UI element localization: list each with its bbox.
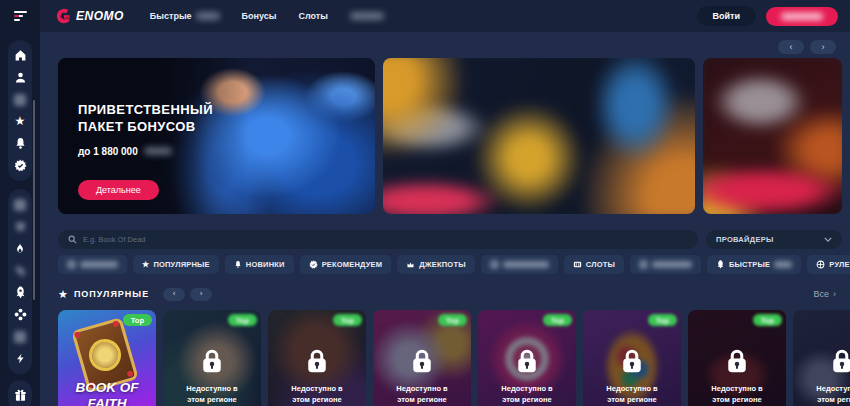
profile-icon[interactable]: [14, 71, 27, 84]
crown-icon: [406, 261, 415, 269]
table-games-icon[interactable]: [14, 308, 27, 321]
search-icon: [68, 235, 77, 244]
game-card-locked[interactable]: Top Недоступно вэтом регионе: [583, 310, 681, 406]
see-all-link[interactable]: Все ›: [813, 289, 842, 299]
lock-icon: [407, 346, 437, 376]
blurred-chip-icon: [67, 260, 76, 269]
section-next-button[interactable]: ›: [190, 288, 212, 301]
section-prev-button[interactable]: ‹: [163, 288, 185, 301]
megaways-bolt-icon[interactable]: [14, 352, 27, 365]
lock-icon: [722, 346, 752, 376]
home-icon[interactable]: [14, 49, 27, 62]
chevron-right-icon: ›: [200, 288, 203, 300]
blurred-chip-label: [503, 261, 549, 268]
banner-details-button[interactable]: Детальнее: [78, 180, 159, 200]
blurred-banner-artwork: [703, 58, 842, 214]
chevron-left-icon: ‹: [790, 41, 793, 53]
chip-new[interactable]: НОВИНКИ: [225, 255, 294, 274]
chip-jackpots[interactable]: ДЖЕКПОТЫ: [397, 255, 474, 274]
notifications-bell-icon[interactable]: [14, 137, 27, 150]
chip-popular[interactable]: ★ ПОПУЛЯРНЫЕ: [133, 255, 219, 274]
promo-banner-blurred[interactable]: [383, 58, 695, 214]
badge-icon: [309, 260, 318, 269]
game-card-locked[interactable]: Top Недоступно вэтом регионе: [478, 310, 576, 406]
chevron-right-icon: ›: [833, 289, 836, 299]
game-card-locked[interactable]: Top Недоступно вэтом регионе: [373, 310, 471, 406]
nav-item-slots[interactable]: Слоты: [298, 11, 327, 21]
logo[interactable]: ENOMO: [56, 8, 124, 24]
top-badge: Top: [648, 314, 677, 326]
game-card-locked[interactable]: Top Недоступно вэтом регионе: [163, 310, 261, 406]
banner-prev-button[interactable]: ‹: [778, 40, 804, 54]
search-input[interactable]: [83, 235, 688, 244]
blurred-sidebar-icon[interactable]: [14, 198, 27, 211]
logo-text: ENOMO: [76, 9, 124, 23]
blurred-sidebar-icon[interactable]: [14, 220, 27, 233]
region-lock-text: Недоступно вэтом регионе: [583, 384, 681, 406]
chip-blurred[interactable]: [481, 255, 558, 274]
providers-dropdown[interactable]: ПРОВАЙДЕРЫ: [706, 230, 842, 249]
banner-amount: до 1 880 000: [78, 146, 213, 157]
nav-item-fast-games[interactable]: Быстрые: [150, 11, 220, 21]
banner-carousel-controls: ‹ ›: [58, 40, 842, 56]
game-card-locked[interactable]: Top Недоступно вэтом регионе: [688, 310, 786, 406]
verified-badge-icon[interactable]: [14, 159, 27, 172]
section-star-icon: ★: [58, 288, 68, 301]
banner-next-button[interactable]: ›: [810, 40, 836, 54]
blurred-sidebar-icon[interactable]: [14, 264, 27, 277]
chip-slots[interactable]: СЛОТЫ: [564, 255, 624, 274]
region-lock-text: Недоступно вэтом регионе: [373, 384, 471, 406]
slots-icon: [573, 260, 582, 269]
region-lock-text: Недоступно вэтом регионе: [163, 384, 261, 406]
login-button[interactable]: Войти: [697, 6, 756, 26]
nav-item-bonuses[interactable]: Бонусы: [242, 11, 277, 21]
lock-icon: [512, 346, 542, 376]
logo-g-icon: [56, 8, 72, 24]
lock-icon: [197, 346, 227, 376]
top-badge: Top: [123, 314, 152, 326]
gift-icon[interactable]: [14, 389, 27, 402]
banner-title: ПРИВЕТСТВЕННЫЙ ПАКЕТ БОНУСОВ: [78, 102, 213, 136]
fast-games-rocket-icon[interactable]: [14, 286, 27, 299]
blurred-chip-label: [652, 261, 692, 268]
top-badge: Top: [228, 314, 257, 326]
chip-roulette[interactable]: РУЛЕТКА: [807, 255, 850, 274]
top-badge: Top: [543, 314, 572, 326]
blurred-banner-artwork: [383, 58, 695, 214]
favorites-star-icon[interactable]: ★: [14, 115, 27, 128]
blurred-sidebar-icon[interactable]: [14, 93, 27, 106]
blurred-sidebar-icon[interactable]: [14, 330, 27, 343]
top-badge: Top: [438, 314, 467, 326]
lock-icon: [827, 346, 850, 376]
nav-item-blurred[interactable]: [350, 12, 384, 20]
top-badge: Top: [333, 314, 362, 326]
hot-flame-icon[interactable]: [14, 242, 27, 255]
chip-recommended[interactable]: РЕКОМЕНДУЕМ: [300, 255, 392, 274]
region-lock-text: Недоступно вэтом регионе: [688, 384, 786, 406]
star-icon: ★: [142, 261, 149, 269]
popular-games-row: Top BOOK OF FAITH Top Недоступно вэтом р…: [58, 310, 842, 406]
banner-row: ПРИВЕТСТВЕННЫЙ ПАКЕТ БОНУСОВ до 1 880 00…: [58, 58, 842, 214]
chip-blurred[interactable]: [630, 255, 701, 274]
chip-blurred[interactable]: [58, 255, 127, 274]
sidebar-group-games: [8, 189, 32, 374]
region-lock-text: Недоступно вэтом регионе: [268, 384, 366, 406]
register-button[interactable]: [766, 7, 838, 26]
section-title: ПОПУЛЯРНЫЕ: [74, 289, 149, 299]
sidebar-scrollbar[interactable]: [33, 100, 35, 300]
blurred-chip-icon: [639, 260, 648, 269]
game-card-locked[interactable]: Top Недоступно вэтом регионе: [268, 310, 366, 406]
blurred-nav-suffix: [196, 12, 220, 20]
game-card-locked[interactable]: Недоступно вэтом регионе: [793, 310, 850, 406]
menu-toggle-button[interactable]: [0, 0, 40, 32]
game-card-book-of-faith[interactable]: Top BOOK OF FAITH: [58, 310, 156, 406]
chip-fast-games[interactable]: БЫСТРЫЕ: [707, 255, 801, 274]
region-lock-text: Недоступно вэтом регионе: [793, 384, 850, 406]
chevron-down-icon: [824, 237, 832, 242]
chevron-left-icon: ‹: [173, 288, 176, 300]
sidebar: ★: [0, 32, 40, 406]
sidebar-group-bonus: [8, 380, 32, 406]
promo-banner-blurred[interactable]: [703, 58, 842, 214]
welcome-bonus-banner[interactable]: ПРИВЕТСТВЕННЫЙ ПАКЕТ БОНУСОВ до 1 880 00…: [58, 58, 375, 214]
rocket-icon: [716, 260, 725, 269]
